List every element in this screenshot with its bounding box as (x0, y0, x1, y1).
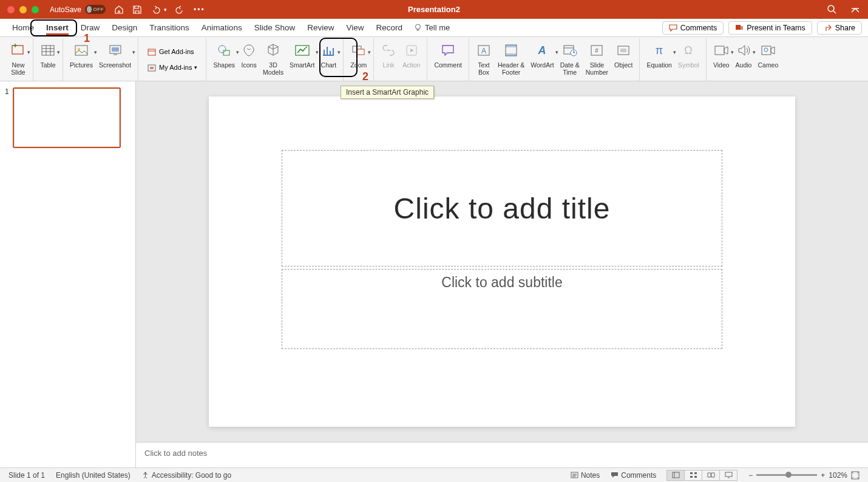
action-button: Action (399, 38, 423, 81)
svg-point-35 (764, 48, 768, 52)
zoom-control[interactable]: − + 102% (748, 471, 860, 480)
present-teams-button[interactable]: Present in Teams (728, 21, 812, 35)
zoom-out-icon[interactable]: − (748, 471, 753, 480)
svg-rect-38 (673, 472, 679, 478)
zoom-in-icon[interactable]: + (821, 471, 825, 480)
svg-point-1 (416, 24, 421, 29)
tab-view[interactable]: View (340, 21, 370, 35)
sorter-view-icon (690, 472, 697, 478)
tab-home[interactable]: Home (6, 21, 40, 35)
table-button[interactable]: ▾ Table (37, 38, 59, 81)
shapes-button[interactable]: ▾ Shapes (210, 38, 238, 81)
icons-button[interactable]: Icons (238, 38, 260, 81)
object-label: Object (614, 61, 632, 69)
slide-number-button[interactable]: # Slide Number (583, 38, 611, 81)
minimize-window-icon[interactable] (19, 6, 27, 13)
zoom-percent[interactable]: 102% (829, 471, 847, 480)
redo-icon[interactable] (175, 5, 185, 15)
notes-toggle[interactable]: Notes (571, 471, 600, 480)
close-window-icon[interactable] (7, 6, 15, 13)
subtitle-placeholder[interactable]: Click to add subtitle (282, 269, 722, 349)
wordart-icon: A (534, 42, 550, 58)
screenshot-button[interactable]: ▾ Screenshot (96, 38, 134, 81)
audio-button[interactable]: ▾ Audio (733, 38, 755, 81)
tab-review[interactable]: Review (301, 21, 340, 35)
textbox-icon: A (476, 42, 492, 58)
svg-rect-9 (112, 47, 119, 52)
normal-view-button[interactable] (666, 470, 685, 481)
search-icon[interactable] (827, 4, 838, 15)
slide-thumbnail[interactable] (13, 87, 121, 148)
share-icon (824, 24, 832, 32)
slide-count-label[interactable]: Slide 1 of 1 (8, 471, 45, 480)
title-placeholder[interactable]: Click to add title (282, 150, 722, 266)
notes-placeholder-text: Click to add notes (144, 449, 207, 458)
language-label[interactable]: English (United States) (56, 471, 131, 480)
svg-text:A: A (538, 44, 546, 56)
smartart-button[interactable]: ▾ SmartArt (287, 38, 317, 81)
3d-models-button[interactable]: 3D Models (260, 38, 287, 81)
my-addins-button[interactable]: My Add-ins ▾ (144, 61, 200, 74)
tab-animations[interactable]: Animations (195, 21, 248, 35)
wordart-button[interactable]: A▾ WordArt (527, 38, 557, 81)
share-button[interactable]: Share (817, 21, 862, 35)
fit-to-window-icon[interactable] (851, 471, 860, 480)
screenshot-label: Screenshot (99, 61, 131, 69)
table-icon (40, 42, 56, 58)
zoom-knob[interactable] (785, 472, 792, 478)
tab-slideshow[interactable]: Slide Show (248, 21, 302, 35)
ribbon-options-icon[interactable] (850, 4, 861, 15)
sorter-view-button[interactable] (684, 470, 702, 481)
cameo-button[interactable]: Cameo (754, 38, 781, 81)
pictures-button[interactable]: ▾ Pictures (67, 38, 96, 81)
equation-button[interactable]: π▾ Equation (643, 38, 674, 81)
document-title: Presentation2 (408, 5, 460, 14)
addins-store-icon (147, 47, 157, 56)
maximize-window-icon[interactable] (32, 6, 39, 13)
comments-toggle-label: Comments (621, 471, 656, 480)
video-button[interactable]: ▾ Video (710, 38, 733, 81)
zoom-icon (351, 42, 367, 58)
comments-button[interactable]: Comments (662, 21, 724, 35)
save-icon[interactable] (132, 5, 142, 15)
toggle-icon[interactable]: OFF (85, 5, 106, 14)
object-button[interactable]: Object (611, 38, 636, 81)
tab-design[interactable]: Design (106, 21, 143, 35)
accessibility-label[interactable]: Accessibility: Good to go (141, 471, 231, 480)
new-slide-label: New Slide (11, 61, 25, 76)
header-footer-label: Header & Footer (498, 61, 524, 76)
undo-icon[interactable] (151, 5, 160, 15)
undo-dropdown-icon[interactable]: ▾ (164, 7, 167, 13)
textbox-button[interactable]: A Text Box (473, 38, 495, 81)
new-slide-button[interactable]: ▾ New Slide (7, 38, 29, 81)
chart-button[interactable]: ▾ Chart (317, 38, 339, 81)
more-icon[interactable]: ••• (194, 5, 205, 14)
comments-toggle[interactable]: Comments (611, 471, 656, 480)
chevron-down-icon: ▾ (27, 49, 30, 55)
slide[interactable]: Click to add title Click to add subtitle (209, 97, 795, 427)
svg-rect-12 (150, 67, 154, 69)
tell-me-search[interactable]: Tell me (413, 23, 450, 32)
tab-actions: Comments Present in Teams Share (662, 21, 862, 35)
autosave-toggle[interactable]: AutoSave OFF (50, 5, 106, 14)
canvas-scroll[interactable]: Click to add title Click to add subtitle (136, 81, 868, 442)
main-area: 1 Click to add title Click to add subtit… (0, 81, 868, 467)
tab-draw[interactable]: Draw (75, 21, 106, 35)
slideshow-view-button[interactable] (719, 470, 737, 481)
notes-toggle-label: Notes (581, 471, 600, 480)
notes-pane[interactable]: Click to add notes (136, 442, 868, 467)
zoom-slider[interactable] (756, 474, 817, 476)
svg-rect-6 (75, 46, 87, 55)
tab-record[interactable]: Record (370, 21, 409, 35)
thumbnail-row[interactable]: 1 (5, 87, 131, 148)
cameo-icon (760, 42, 776, 58)
tab-insert[interactable]: Insert (40, 21, 75, 35)
home-icon[interactable] (114, 5, 124, 15)
tab-transitions[interactable]: Transitions (143, 21, 195, 35)
date-time-button[interactable]: Date & Time (557, 38, 583, 81)
comment-button[interactable]: Comment (431, 38, 465, 81)
header-footer-button[interactable]: Header & Footer (495, 38, 527, 81)
get-addins-button[interactable]: Get Add-ins (144, 45, 200, 58)
screenshot-icon (107, 42, 123, 58)
reading-view-button[interactable] (702, 470, 720, 481)
